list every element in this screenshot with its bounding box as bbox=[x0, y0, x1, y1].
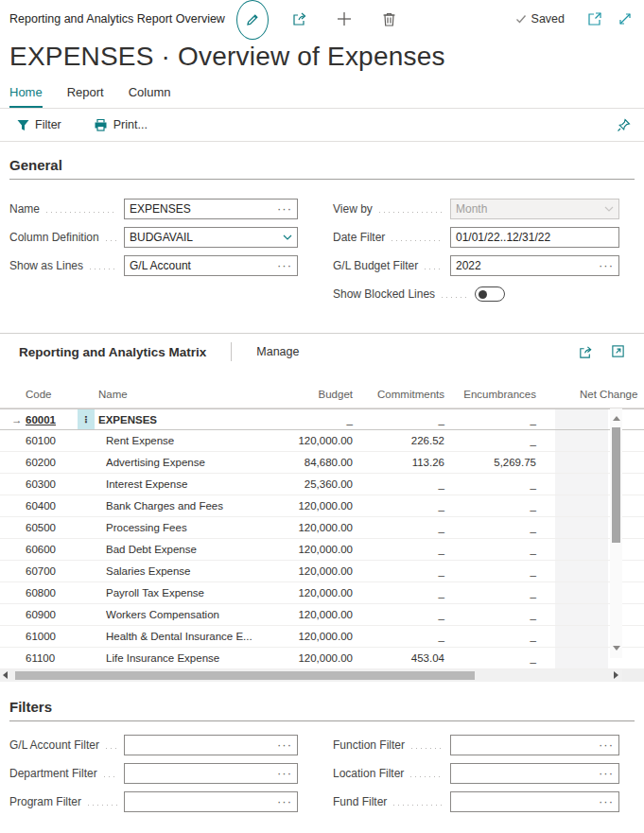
cell-budget[interactable]: 120,000.00 bbox=[258, 626, 353, 647]
cell-encumbrances[interactable]: _ bbox=[442, 430, 536, 451]
table-row[interactable]: → 60400 Bank Charges and Fees 120,000.00… bbox=[0, 495, 644, 517]
cell-budget[interactable]: 120,000.00 bbox=[258, 517, 353, 538]
code-link[interactable]: 60900 bbox=[26, 609, 56, 620]
pin-button[interactable] bbox=[617, 118, 631, 132]
code-link[interactable]: 60400 bbox=[26, 500, 56, 512]
matrix-share-button[interactable] bbox=[578, 344, 594, 360]
cell-commitments[interactable]: 113.26 bbox=[350, 452, 444, 473]
code-link[interactable]: 60001 bbox=[26, 414, 56, 425]
column-header-net-change[interactable]: Net Change bbox=[580, 389, 644, 400]
date-filter-input[interactable]: 01/01/22..12/31/22 bbox=[450, 227, 619, 248]
cell-net-change[interactable] bbox=[555, 517, 608, 538]
table-row[interactable]: → 60600 Bad Debt Expense 120,000.00 _ _ bbox=[0, 539, 644, 561]
cell-net-change[interactable] bbox=[555, 495, 608, 516]
cell-net-change[interactable] bbox=[555, 539, 608, 560]
show-as-lines-input[interactable]: G/L Account ··· bbox=[124, 255, 298, 276]
scroll-down-icon[interactable] bbox=[613, 646, 620, 651]
code-link[interactable]: 60600 bbox=[26, 544, 56, 555]
gl-account-filter-input[interactable]: ··· bbox=[124, 735, 298, 755]
column-header-budget[interactable]: Budget bbox=[319, 389, 353, 400]
table-row[interactable]: → 61100 Life Insurance Expense 120,000.0… bbox=[0, 648, 644, 669]
table-row[interactable]: → 60800 Payroll Tax Expense 120,000.00 _… bbox=[0, 582, 644, 604]
cell-commitments[interactable]: _ bbox=[350, 539, 444, 560]
column-header-code[interactable]: Code bbox=[26, 389, 52, 400]
column-header-commitments[interactable]: Commitments bbox=[377, 389, 444, 400]
ellipsis-assist-icon[interactable]: ··· bbox=[599, 740, 614, 750]
department-filter-input[interactable]: ··· bbox=[124, 763, 298, 784]
scroll-left-icon[interactable] bbox=[3, 671, 8, 679]
function-filter-input[interactable]: ··· bbox=[450, 735, 619, 755]
table-row[interactable]: → 60900 Workers Compensation 120,000.00 … bbox=[0, 604, 644, 626]
table-row[interactable]: → 60300 Interest Expense 25,360.00 _ _ bbox=[0, 474, 644, 495]
cell-net-change[interactable] bbox=[555, 452, 608, 473]
cell-encumbrances[interactable]: _ bbox=[442, 648, 536, 668]
gl-budget-filter-input[interactable]: 2022 ··· bbox=[450, 255, 619, 276]
row-menu-button[interactable]: ⋮ bbox=[78, 409, 95, 429]
cell-budget[interactable]: 84,680.00 bbox=[258, 452, 353, 473]
horizontal-scrollbar[interactable] bbox=[0, 669, 622, 682]
fund-filter-input[interactable]: ··· bbox=[450, 791, 619, 812]
cell-encumbrances[interactable]: _ bbox=[442, 561, 536, 581]
edit-button[interactable] bbox=[236, 0, 269, 40]
code-link[interactable]: 60800 bbox=[26, 587, 56, 599]
cell-encumbrances[interactable]: _ bbox=[442, 517, 536, 538]
cell-budget[interactable]: 120,000.00 bbox=[258, 648, 353, 668]
ellipsis-assist-icon[interactable]: ··· bbox=[277, 261, 292, 270]
cell-encumbrances[interactable]: _ bbox=[442, 626, 536, 647]
program-filter-input[interactable]: ··· bbox=[124, 791, 298, 812]
tab-column[interactable]: Column bbox=[129, 85, 171, 108]
ellipsis-assist-icon[interactable]: ··· bbox=[277, 797, 292, 807]
ellipsis-assist-icon[interactable]: ··· bbox=[599, 769, 614, 778]
tab-report[interactable]: Report bbox=[67, 85, 104, 108]
table-row[interactable]: → 60500 Processing Fees 120,000.00 _ _ bbox=[0, 517, 644, 539]
cell-net-change[interactable] bbox=[555, 409, 608, 429]
column-header-name[interactable]: Name bbox=[98, 389, 128, 400]
show-blocked-lines-toggle[interactable] bbox=[475, 286, 505, 302]
cell-encumbrances[interactable]: _ bbox=[442, 604, 536, 625]
column-header-encumbrances[interactable]: Encumbrances bbox=[463, 389, 536, 400]
table-row[interactable]: → 60200 Advertising Expense 84,680.00 11… bbox=[0, 452, 644, 474]
cell-commitments[interactable]: _ bbox=[350, 474, 444, 495]
cell-encumbrances[interactable]: _ bbox=[442, 474, 536, 495]
cell-encumbrances[interactable]: _ bbox=[442, 582, 536, 603]
cell-budget[interactable]: 120,000.00 bbox=[258, 582, 353, 603]
cell-budget[interactable]: 120,000.00 bbox=[258, 604, 353, 625]
cell-encumbrances[interactable]: _ bbox=[442, 495, 536, 516]
cell-encumbrances[interactable]: _ bbox=[442, 539, 536, 560]
chevron-down-icon[interactable] bbox=[283, 234, 292, 240]
cell-commitments[interactable]: _ bbox=[350, 626, 444, 647]
cell-budget[interactable]: 25,360.00 bbox=[258, 474, 353, 495]
ellipsis-assist-icon[interactable]: ··· bbox=[599, 261, 614, 270]
name-input[interactable]: EXPENSES ··· bbox=[124, 199, 298, 219]
cell-commitments[interactable]: _ bbox=[350, 604, 444, 625]
cell-budget[interactable]: 120,000.00 bbox=[258, 539, 353, 560]
cell-net-change[interactable] bbox=[555, 626, 608, 647]
ellipsis-assist-icon[interactable]: ··· bbox=[277, 740, 292, 750]
share-button[interactable] bbox=[291, 0, 308, 38]
scroll-right-icon[interactable] bbox=[614, 671, 618, 679]
cell-budget[interactable]: 120,000.00 bbox=[258, 561, 353, 581]
cell-net-change[interactable] bbox=[555, 474, 608, 495]
cell-commitments[interactable]: _ bbox=[350, 561, 444, 581]
cell-budget[interactable]: 120,000.00 bbox=[258, 430, 353, 451]
ellipsis-assist-icon[interactable]: ··· bbox=[599, 797, 614, 807]
table-row[interactable]: → 60001 ⋮ EXPENSES _ _ _ bbox=[0, 408, 644, 430]
filter-button[interactable]: Filter bbox=[17, 118, 61, 131]
cell-net-change[interactable] bbox=[555, 582, 608, 603]
ellipsis-assist-icon[interactable]: ··· bbox=[277, 204, 292, 214]
table-row[interactable]: → 61000 Health & Dental Insurance E... 1… bbox=[0, 626, 644, 648]
cell-budget[interactable]: _ bbox=[258, 409, 353, 429]
tab-home[interactable]: Home bbox=[9, 85, 43, 108]
breadcrumb[interactable]: Reporting and Analytics Report Overview bbox=[9, 12, 225, 26]
cell-budget[interactable]: 120,000.00 bbox=[258, 495, 353, 516]
new-button[interactable] bbox=[337, 0, 352, 38]
matrix-open-button[interactable] bbox=[611, 344, 625, 360]
table-row[interactable]: → 60700 Salaries Expense 120,000.00 _ _ bbox=[0, 561, 644, 582]
cell-net-change[interactable] bbox=[555, 430, 608, 451]
code-link[interactable]: 60300 bbox=[26, 478, 56, 490]
cell-encumbrances[interactable]: _ bbox=[442, 409, 536, 429]
print-button[interactable]: Print... bbox=[94, 118, 148, 131]
code-link[interactable]: 60700 bbox=[26, 565, 56, 577]
cell-commitments[interactable]: _ bbox=[350, 517, 444, 538]
ellipsis-assist-icon[interactable]: ··· bbox=[277, 769, 292, 778]
